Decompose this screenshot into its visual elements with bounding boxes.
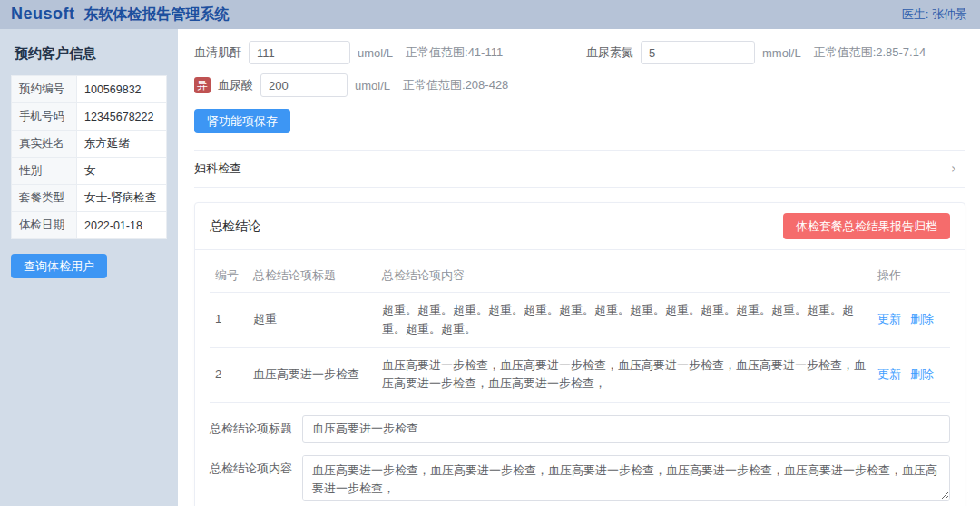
gyn-exam-label: 妇科检查	[194, 161, 241, 177]
conclusion-content-textarea[interactable]	[302, 455, 950, 501]
package-type-label: 套餐类型	[12, 185, 77, 212]
row-title: 血压高要进一步检查	[248, 347, 377, 403]
urea-nitrogen-label: 血尿素氮	[586, 44, 633, 61]
conclusion-content-label: 总检结论项内容	[210, 455, 293, 477]
body-wrap: 预约客户信息 预约编号 100569832 手机号码 12345678222 真…	[0, 29, 980, 506]
uric-acid-unit: umol/L	[355, 79, 390, 92]
doctor-name: 医生: 张仲景	[902, 6, 967, 23]
chevron-right-icon: ›	[951, 161, 956, 177]
table-row: 1 超重 超重。超重。超重。超重。超重。超重。超重。超重。超重。超重。超重。超重…	[210, 293, 950, 348]
field-serum-creatinine: 血清肌酐 umol/L 正常值范围:41-111	[194, 40, 586, 65]
conclusion-title-label: 总检结论项标题	[210, 415, 293, 437]
package-type-value: 女士-肾病检查	[77, 185, 167, 212]
update-link[interactable]: 更新	[877, 312, 901, 326]
row-operations: 更新删除	[872, 293, 950, 348]
uric-acid-range: 正常值范围:208-428	[403, 77, 508, 93]
table-row: 预约编号 100569832	[12, 76, 167, 103]
field-uric-acid: 异 血尿酸 umol/L 正常值范围:208-428	[194, 73, 586, 98]
table-row: 套餐类型 女士-肾病检查	[12, 185, 167, 212]
header-operation: 操作	[872, 259, 950, 293]
field-urea-nitrogen: 血尿素氮 mmol/L 正常值范围:2.85-7.14	[586, 40, 965, 65]
query-exam-user-button[interactable]: 查询体检用户	[11, 254, 107, 278]
table-row: 性别 女	[12, 158, 167, 185]
urea-nitrogen-unit: mmol/L	[762, 46, 801, 60]
sidebar: 预约客户信息 预约编号 100569832 手机号码 12345678222 真…	[0, 29, 178, 506]
uric-acid-label: 血尿酸	[218, 77, 253, 93]
urea-nitrogen-input[interactable]	[641, 41, 755, 64]
row-no: 1	[210, 293, 248, 348]
table-row: 体检日期 2022-01-18	[12, 212, 167, 239]
row-content: 血压高要进一步检查，血压高要进一步检查，血压高要进一步检查，血压高要进一步检查，…	[377, 347, 872, 403]
header-no: 编号	[210, 259, 248, 293]
row-operations: 更新删除	[872, 347, 950, 403]
kidney-fields: 血清肌酐 umol/L 正常值范围:41-111 血尿素氮 mmol/L 正常值…	[194, 40, 965, 98]
gender-label: 性别	[12, 158, 77, 185]
sidebar-title: 预约客户信息	[15, 45, 167, 63]
neusoft-logo: Neusoft	[11, 5, 75, 24]
customer-info-table: 预约编号 100569832 手机号码 12345678222 真实姓名 东方延…	[11, 75, 167, 239]
exam-date-value: 2022-01-18	[77, 212, 167, 239]
conclusion-table: 编号 总检结论项标题 总检结论项内容 操作 1 超重 超重。超重。超重。超重。超…	[210, 259, 950, 403]
gender-value: 女	[77, 158, 167, 185]
serum-creatinine-label: 血清肌酐	[194, 44, 241, 61]
serum-creatinine-input[interactable]	[249, 41, 350, 64]
phone-label: 手机号码	[12, 103, 77, 131]
delete-link[interactable]: 删除	[910, 312, 934, 326]
table-row: 真实姓名 东方延绪	[12, 131, 167, 158]
conclusion-title-row: 总检结论项标题	[210, 415, 950, 443]
app-header: Neusoft 东软体检报告管理系统 医生: 张仲景	[0, 0, 980, 29]
serum-creatinine-range: 正常值范围:41-111	[406, 44, 503, 61]
header-item-content: 总检结论项内容	[377, 259, 872, 293]
table-row: 2 血压高要进一步检查 血压高要进一步检查，血压高要进一步检查，血压高要进一步检…	[210, 347, 950, 403]
conclusion-content-row: 总检结论项内容	[210, 455, 950, 501]
conclusion-body: 编号 总检结论项标题 总检结论项内容 操作 1 超重 超重。超重。超重。超重。超…	[195, 250, 965, 506]
conclusion-title-input[interactable]	[302, 415, 950, 443]
row-title: 超重	[248, 293, 377, 348]
row-content: 超重。超重。超重。超重。超重。超重。超重。超重。超重。超重。超重。超重。超重。超…	[377, 293, 872, 348]
conclusion-panel: 总检结论 体检套餐总检结果报告归档 编号 总检结论项标题 总检结论项内容 操作	[194, 202, 965, 506]
uric-acid-input[interactable]	[260, 73, 348, 97]
row-no: 2	[210, 347, 248, 403]
conclusion-title: 总检结论	[210, 219, 260, 235]
archive-report-button[interactable]: 体检套餐总检结果报告归档	[783, 213, 950, 239]
table-header-row: 编号 总检结论项标题 总检结论项内容 操作	[210, 259, 950, 293]
gyn-exam-collapse[interactable]: 妇科检查 ›	[194, 150, 965, 188]
app-window: Neusoft 东软体检报告管理系统 医生: 张仲景 预约客户信息 预约编号 1…	[0, 0, 980, 506]
appointment-no-value: 100569832	[77, 76, 167, 103]
kidney-save-button[interactable]: 肾功能项保存	[194, 109, 290, 133]
exam-date-label: 体检日期	[12, 212, 77, 239]
conclusion-header: 总检结论 体检套餐总检结果报告归档	[195, 203, 965, 250]
abnormal-badge-icon: 异	[194, 77, 211, 93]
brand: Neusoft 东软体检报告管理系统	[11, 5, 230, 24]
real-name-value: 东方延绪	[77, 131, 167, 158]
header-item-title: 总检结论项标题	[248, 259, 377, 293]
real-name-label: 真实姓名	[12, 131, 77, 158]
phone-value: 12345678222	[77, 103, 167, 131]
table-row: 手机号码 12345678222	[12, 103, 167, 131]
update-link[interactable]: 更新	[877, 367, 901, 381]
delete-link[interactable]: 删除	[910, 367, 934, 381]
urea-nitrogen-range: 正常值范围:2.85-7.14	[814, 44, 926, 61]
app-title: 东软体检报告管理系统	[84, 5, 230, 24]
serum-creatinine-unit: umol/L	[358, 46, 393, 60]
appointment-no-label: 预约编号	[12, 76, 77, 103]
main-content: 血清肌酐 umol/L 正常值范围:41-111 血尿素氮 mmol/L 正常值…	[178, 29, 980, 506]
